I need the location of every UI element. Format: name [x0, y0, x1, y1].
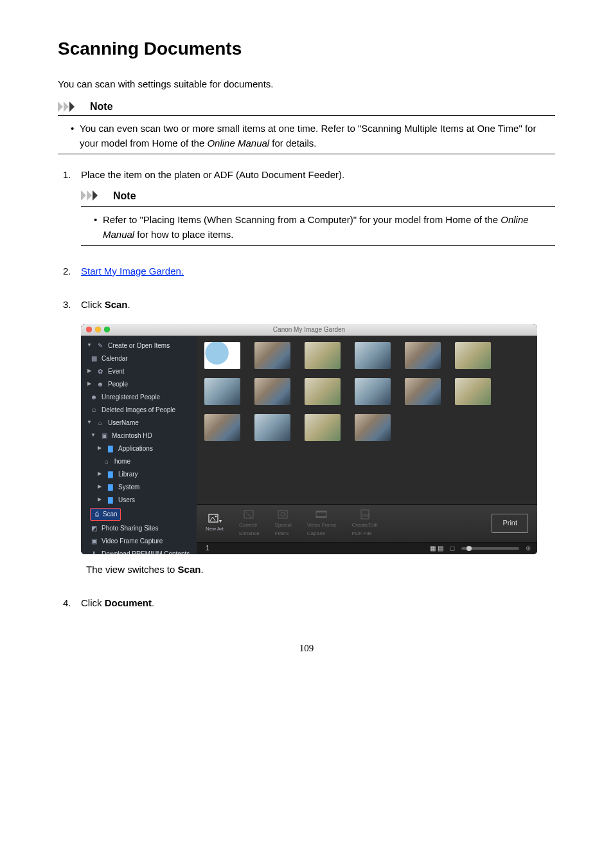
- svg-point-5: [281, 512, 285, 516]
- thumbnail[interactable]: [405, 378, 441, 405]
- sidebar-item-library[interactable]: ▶▇Library: [84, 468, 194, 481]
- thumbnail[interactable]: [254, 342, 290, 369]
- tool-video-frame-capture[interactable]: Video Frame Capture: [307, 509, 337, 538]
- bottom-toolbar: ▾ New Art Correct/ Enhance Special Filte…: [197, 504, 537, 543]
- zoom-slider[interactable]: [461, 547, 519, 550]
- sidebar-item-event[interactable]: ▶✿Event: [84, 365, 194, 378]
- page-title: Scanning Documents: [58, 39, 555, 59]
- svg-text:PDF: PDF: [362, 514, 370, 518]
- print-button[interactable]: Print: [492, 514, 528, 533]
- note-block: Note • Refer to "Placing Items (When Sca…: [81, 188, 555, 246]
- thumbnail[interactable]: [204, 378, 240, 405]
- step-3-text: Click Scan.: [81, 299, 130, 310]
- svg-text:▾: ▾: [219, 518, 222, 524]
- sidebar-item-scan[interactable]: ⎙ Scan: [84, 507, 194, 522]
- sidebar-item-macintosh-hd[interactable]: ▼▣Macintosh HD: [84, 429, 194, 442]
- divider: [81, 245, 555, 246]
- sidebar-item-unreg-people[interactable]: ☻Unregistered People: [84, 391, 194, 404]
- divider: [81, 206, 555, 207]
- divider: [58, 154, 555, 154]
- sidebar: ▼✎Create or Open Items ▦Calendar ▶✿Event…: [81, 336, 197, 554]
- window-titlebar: Canon My Image Garden: [81, 324, 537, 336]
- svg-point-1: [215, 516, 217, 518]
- thumbnail[interactable]: [204, 342, 240, 369]
- sidebar-item-users[interactable]: ▶▇Users: [84, 494, 194, 507]
- step-3-result: The view switches to Scan.: [86, 562, 555, 577]
- tool-create-edit-pdf[interactable]: PDF Create/Edit PDF File: [352, 509, 378, 538]
- note-text: You can even scan two or more small item…: [80, 121, 555, 151]
- intro-text: You can scan with settings suitable for …: [58, 78, 555, 89]
- sidebar-item-deleted-people[interactable]: ☺Deleted Images of People: [84, 404, 194, 417]
- thumbnail[interactable]: [305, 378, 341, 405]
- page-number: 109: [58, 643, 555, 654]
- sidebar-item-video-frame[interactable]: ▣Video Frame Capture: [84, 535, 194, 548]
- step-4-text: Click Document.: [81, 597, 154, 608]
- svg-rect-8: [316, 516, 326, 518]
- tool-special-filters[interactable]: Special Filters: [275, 509, 292, 538]
- step-3: Click Scan. Canon My Image Garden ▼✎Crea…: [63, 297, 555, 577]
- status-bar: 1 ▦ ▤ ◻ ⊕: [197, 543, 537, 554]
- tool-correct-enhance[interactable]: Correct/ Enhance: [239, 509, 260, 538]
- thumbnail[interactable]: [355, 342, 391, 369]
- bullet-icon: •: [71, 121, 75, 151]
- note-label: Note: [113, 188, 136, 204]
- sidebar-item-calendar[interactable]: ▦Calendar: [84, 352, 194, 365]
- window-title: Canon My Image Garden: [81, 325, 537, 335]
- note-block: Note • You can even scan two or more sma…: [58, 101, 555, 154]
- zoom-out-icon[interactable]: ◻: [450, 543, 455, 554]
- sidebar-item-applications[interactable]: ▶▇Applications: [84, 442, 194, 455]
- note-chevrons-icon: [81, 190, 109, 201]
- sidebar-item-photo-sharing[interactable]: ◩Photo Sharing Sites: [84, 522, 194, 535]
- thumbnail[interactable]: [254, 414, 290, 441]
- sidebar-item-people[interactable]: ▶☻People: [84, 378, 194, 391]
- note-text: Refer to "Placing Items (When Scanning f…: [103, 212, 555, 242]
- tool-new-art[interactable]: ▾ New Art: [206, 512, 224, 534]
- svg-rect-7: [316, 511, 326, 512]
- zoom-in-icon[interactable]: ⊕: [526, 543, 531, 554]
- bullet-icon: •: [94, 212, 98, 242]
- sidebar-item-home[interactable]: ⌂home: [84, 455, 194, 468]
- view-grid-icon[interactable]: ▦ ▤: [430, 543, 443, 554]
- step-2: Start My Image Garden.: [63, 264, 555, 279]
- svg-rect-4: [278, 511, 287, 518]
- thumbnail[interactable]: [455, 342, 491, 369]
- thumbnail[interactable]: [455, 378, 491, 405]
- app-screenshot: Canon My Image Garden ▼✎Create or Open I…: [81, 324, 537, 554]
- thumbnail[interactable]: [305, 342, 341, 369]
- content-area: ▾ New Art Correct/ Enhance Special Filte…: [197, 336, 537, 554]
- thumbnail[interactable]: [204, 414, 240, 441]
- thumbnail[interactable]: [405, 342, 441, 369]
- sidebar-item-download-premium[interactable]: ⬇Download PREMIUM Contents: [84, 548, 194, 554]
- divider: [58, 115, 555, 116]
- sidebar-item-username[interactable]: ▼⌂UserName: [84, 417, 194, 429]
- sidebar-item-system[interactable]: ▶▇System: [84, 481, 194, 494]
- step-1: Place the item on the platen or ADF (Aut…: [63, 167, 555, 246]
- thumbnail[interactable]: [305, 414, 341, 441]
- thumbnail[interactable]: [355, 378, 391, 405]
- sidebar-item-create[interactable]: ▼✎Create or Open Items: [84, 339, 194, 352]
- step-1-text: Place the item on the platen or ADF (Aut…: [81, 169, 344, 180]
- thumbnail[interactable]: [355, 414, 391, 441]
- step-4: Click Document.: [63, 595, 555, 611]
- item-count: 1: [206, 543, 209, 554]
- note-label: Note: [90, 101, 113, 113]
- start-my-image-garden-link[interactable]: Start My Image Garden.: [81, 266, 184, 276]
- thumbnail[interactable]: [254, 378, 290, 405]
- note-chevrons-icon: [58, 102, 86, 112]
- svg-rect-3: [244, 511, 253, 518]
